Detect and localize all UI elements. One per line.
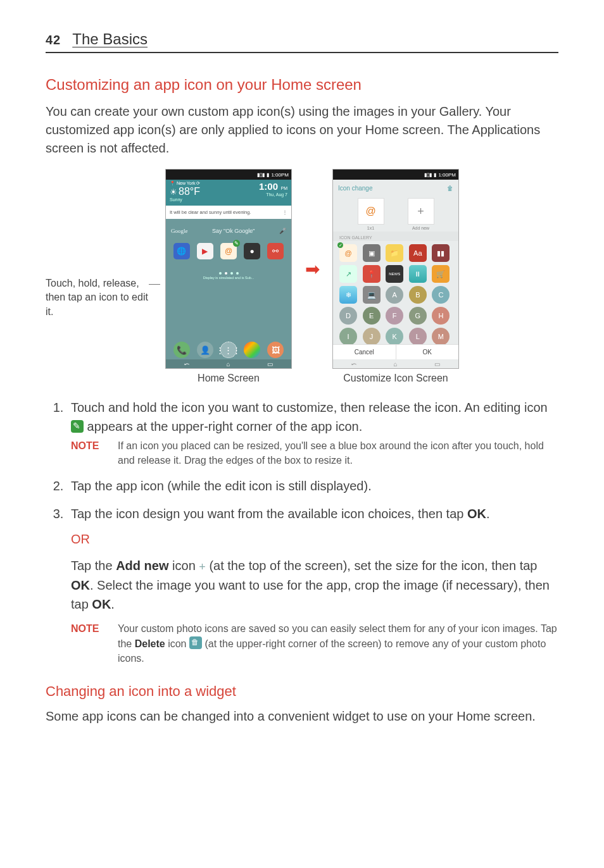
cancel-button: Cancel (333, 344, 396, 359)
app-icon-voicemail: ⚯ (267, 243, 284, 259)
page-header: 42 The Basics (46, 30, 558, 53)
nav-bar: ⤺ ⌂ ▭ (166, 359, 291, 368)
gallery-icon-4: Aa (409, 244, 427, 262)
gallery-icon: 🖼 (267, 342, 284, 358)
gallery-letter-a: A (386, 286, 403, 304)
gallery-icon-12: 💻 (363, 286, 381, 304)
gallery-letter-k: K (386, 328, 403, 345)
arrow-icon: ➡ (301, 169, 324, 280)
status-bar: ▮▯▮ ▮ 1:00PM (166, 170, 291, 180)
gallery-icon-5: ▮▮ (432, 244, 450, 262)
gallery-icon-11: ❄ (339, 286, 357, 304)
home-icon: ⌂ (226, 361, 230, 368)
note-2-text: Your custom photo icons are saved so you… (118, 621, 558, 666)
back-icon: ⤺ (184, 361, 189, 368)
phone-icon: 📞 (173, 342, 190, 358)
weather-forecast: It will be clear and sunny until evening… (166, 206, 291, 219)
step-3: Tap the icon design you want from the av… (67, 504, 558, 666)
gallery-icon-6: ↗ (339, 265, 357, 283)
step-1: Touch and hold the icon you want to cust… (67, 398, 558, 468)
app-icon-2: ▶ (197, 243, 213, 259)
gallery-letter-m: M (432, 328, 450, 345)
back-icon: ⤺ (351, 361, 356, 368)
gallery-icon-8: NEWS (386, 265, 403, 283)
section-heading-customizing: Customizing an app icon on your Home scr… (46, 76, 558, 94)
gallery-letter-b: B (409, 286, 427, 304)
clock-pm: PM (281, 186, 288, 190)
chapter-title: The Basics (72, 30, 148, 48)
note-label: NOTE (71, 438, 109, 468)
gallery-letter-f: F (386, 307, 403, 325)
icon-change-title: Icon change (338, 185, 373, 192)
mic-icon: 🎤 (279, 228, 286, 234)
customize-icon-screenshot: ▮▯▮ ▮ 1:00PM Icon change 🗑 @ 1x1 + Add n… (332, 169, 459, 369)
section-intro: You can create your own custom app icon(… (46, 102, 558, 158)
google-logo: Google (171, 228, 188, 234)
app-icon-1: 🌐 (173, 243, 190, 259)
app-row: 🌐 ▶ @✎ ● ⚯ (166, 243, 291, 259)
trash-button: 🗑 (447, 185, 453, 192)
gallery-icon-7: 📍 (363, 265, 381, 283)
gallery-letter-j: J (363, 328, 381, 345)
add-new-box: + (408, 198, 434, 225)
figure-area: Touch, hold, release, then tap an icon t… (46, 169, 558, 384)
gallery-icon-2: ▣ (363, 244, 381, 262)
gallery-letter-i: I (339, 328, 357, 345)
caption-home-screen: Home Screen (198, 373, 260, 384)
figure-callout: Touch, hold, release, then tap an icon t… (46, 169, 156, 319)
plus-icon: + (199, 561, 206, 573)
delete-icon (189, 636, 202, 649)
gallery-icon-3: 📁 (386, 244, 403, 262)
gallery-letter-g: G (409, 307, 427, 325)
gallery-letter-h: H (432, 307, 450, 325)
status-time: 1:00PM (438, 172, 456, 178)
home-screen-screenshot: ▮▯▮ ▮ 1:00PM 📍 New York ⟳ 88°F Sunny 1:0… (165, 169, 292, 369)
pager-text: Display is simulated and is Sub... (166, 276, 291, 280)
dock: 📞 👤 ⋮⋮⋮ 🖼 (166, 342, 291, 358)
temperature: 88°F (179, 186, 200, 197)
clock-time: 1:00 (259, 181, 278, 192)
add-new-label: Add new (408, 226, 434, 230)
apps-drawer-icon: ⋮⋮⋮ (220, 342, 237, 358)
signal-icon: ▮▯▮ (424, 172, 432, 178)
weather-condition: Sunny (170, 197, 200, 202)
page-number: 42 (46, 33, 61, 47)
recent-icon: ▭ (434, 361, 440, 368)
gallery-icon-10: 🛒 (432, 265, 450, 283)
current-icon-box: @ (358, 198, 384, 225)
icon-gallery-grid: @✓ ▣ 📁 Aa ▮▮ ↗ 📍 NEWS ⏸ 🛒 ❄ 💻 A B C D (333, 241, 458, 349)
signal-icon: ▮▯▮ (257, 172, 265, 178)
weather-city: New York (177, 181, 196, 185)
ok-google-hint: Say "Ok Google" (212, 228, 255, 234)
gallery-letter-l: L (409, 328, 427, 345)
section-heading-widget: Changing an icon into a widget (46, 683, 558, 700)
caption-customize-screen: Customize Icon Screen (343, 373, 448, 384)
status-time: 1:00PM (271, 172, 289, 178)
battery-icon: ▮ (434, 172, 436, 178)
contacts-icon: 👤 (197, 342, 213, 358)
weather-widget: 📍 New York ⟳ 88°F Sunny 1:00 PM Thu, Aug… (166, 180, 291, 206)
edit-icon (71, 420, 84, 433)
home-icon: ⌂ (393, 361, 397, 368)
note-label-2: NOTE (71, 621, 109, 666)
app-icon-camera: ● (244, 243, 260, 259)
gallery-letter-e: E (363, 307, 381, 325)
gallery-icon-9: ⏸ (409, 265, 427, 283)
gallery-icon-email: @✓ (339, 244, 357, 262)
clock-date: Thu, Aug 7 (259, 192, 287, 197)
widget-body: Some app icons can be changed into a con… (46, 707, 558, 726)
ok-button: OK (396, 344, 459, 359)
gallery-letter-c: C (432, 286, 450, 304)
gallery-letter-d: D (339, 307, 357, 325)
recent-icon: ▭ (267, 361, 273, 368)
google-search-bar: Google Say "Ok Google" 🎤 (171, 228, 286, 234)
step-3-alt: Tap the Add new icon + (at the top of th… (71, 556, 558, 614)
pager-dots (166, 272, 291, 275)
chrome-icon (244, 342, 260, 358)
steps-list: Touch and hold the icon you want to cust… (46, 398, 558, 666)
status-bar-2: ▮▯▮ ▮ 1:00PM (333, 170, 458, 180)
step-2: Tap the app icon (while the edit icon is… (67, 476, 558, 495)
note-1-text: If an icon you placed can be resized, yo… (118, 438, 558, 468)
sun-icon (170, 186, 179, 197)
app-icon-email: @✎ (220, 243, 237, 259)
